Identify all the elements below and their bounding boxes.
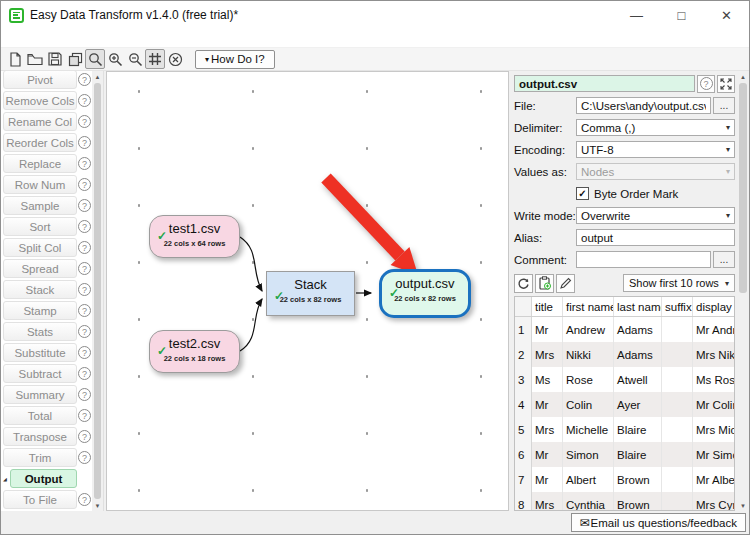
help-icon[interactable]: ? <box>78 157 91 170</box>
menu-item[interactable] <box>19 36 33 40</box>
sidebar-item-button[interactable]: Trim <box>3 448 77 467</box>
menu-item[interactable] <box>5 36 19 40</box>
expand-panel-button[interactable] <box>717 75 735 93</box>
help-icon[interactable]: ? <box>78 115 91 128</box>
alias-field[interactable] <box>576 229 735 246</box>
node-stack[interactable]: ✓ Stack 22 cols x 82 rows <box>266 271 355 316</box>
sidebar-item-button[interactable]: Remove Cols <box>3 91 77 110</box>
save-icon[interactable] <box>45 49 65 69</box>
inspector-scrollbar[interactable]: ▲ ▼ <box>737 71 749 511</box>
table-row[interactable]: 2 Mrs Nikki Adams Mrs Nikki Adams <box>515 342 734 367</box>
table-row[interactable]: 5 Mrs Michelle Blaire Mrs Michelle Blair… <box>515 417 734 442</box>
help-icon[interactable]: ? <box>78 325 91 338</box>
sidebar-item-button[interactable]: Stats <box>3 322 77 341</box>
sidebar-scroll-thumb[interactable] <box>94 83 101 499</box>
table-row[interactable]: 1 Mr Andrew Adams Mr Andrew Adams <box>515 317 734 342</box>
comment-more-button[interactable]: ... <box>713 251 735 268</box>
comment-field[interactable] <box>576 251 711 268</box>
help-icon[interactable]: ? <box>78 367 91 380</box>
panel-help-button[interactable]: ? <box>697 75 715 93</box>
scroll-down-icon[interactable]: ▼ <box>740 500 746 511</box>
scroll-up-icon[interactable]: ▲ <box>95 71 101 82</box>
sidebar-item-button[interactable]: Output <box>10 469 77 488</box>
sidebar-item-button[interactable]: Sample <box>3 196 77 215</box>
sidebar-item-button[interactable]: Split Col <box>3 238 77 257</box>
close-button[interactable]: ✕ <box>704 1 749 29</box>
pan-zoom-icon[interactable] <box>85 49 105 69</box>
section-expand-icon[interactable]: ◢ <box>3 476 10 482</box>
sidebar-item-button[interactable]: Sort <box>3 217 77 236</box>
file-path-field[interactable] <box>576 97 711 114</box>
help-icon[interactable]: ? <box>78 493 91 506</box>
menu-item[interactable] <box>33 36 47 40</box>
help-icon[interactable]: ? <box>78 220 91 233</box>
maximize-button[interactable]: □ <box>659 1 704 29</box>
rows-filter-select[interactable]: Show first 10 rows ▾ <box>623 274 735 292</box>
scroll-up-icon[interactable]: ▲ <box>740 71 746 82</box>
sidebar-item: ◢ Transpose ? <box>3 427 92 446</box>
sidebar-item-button[interactable]: Replace <box>3 154 77 173</box>
sidebar-item-button[interactable]: Stamp <box>3 301 77 320</box>
sidebar-item-button[interactable]: To File <box>3 490 77 509</box>
email-feedback-button[interactable]: ✉ Email us questions/feedback <box>571 513 746 532</box>
byte-order-mark-checkbox[interactable]: ✓ <box>576 187 589 200</box>
help-icon[interactable]: ? <box>78 409 91 422</box>
table-row[interactable]: 8 Mrs Cynthia Brown Mrs Cynthia Brown <box>515 492 734 510</box>
table-row[interactable]: 7 Mr Albert Brown Mr Albert Brown <box>515 467 734 492</box>
sidebar-item-button[interactable]: Subtract <box>3 364 77 383</box>
help-icon[interactable]: ? <box>78 304 91 317</box>
new-file-icon[interactable] <box>5 49 25 69</box>
sidebar-item-button[interactable]: Total <box>3 406 77 425</box>
sidebar-item-button[interactable]: Row Num <box>3 175 77 194</box>
menu-item[interactable] <box>61 36 75 40</box>
delimiter-select[interactable]: Comma (,) ▾ <box>576 119 735 136</box>
sidebar-item-button[interactable]: Pivot <box>3 71 77 89</box>
how-do-i-button[interactable]: ▾ How Do I? <box>195 50 275 69</box>
help-icon[interactable]: ? <box>78 388 91 401</box>
help-icon[interactable]: ? <box>78 346 91 359</box>
help-icon[interactable]: ? <box>78 430 91 443</box>
sidebar-item-button[interactable]: Reorder Cols <box>3 133 77 152</box>
sidebar-item-button[interactable]: Summary <box>3 385 77 404</box>
sidebar-item-button[interactable]: Spread <box>3 259 77 278</box>
refresh-button[interactable] <box>514 274 533 293</box>
scroll-down-icon[interactable]: ▼ <box>95 500 101 511</box>
sidebar-item-button[interactable]: Stack <box>3 280 77 299</box>
data-preview-table[interactable]: title first name last name suffix displa… <box>514 296 735 511</box>
node-test1[interactable]: ✓ test1.csv 22 cols x 64 rows <box>149 215 240 258</box>
copy-to-clipboard-button[interactable] <box>535 274 554 293</box>
encoding-select[interactable]: UTF-8 ▾ <box>576 141 735 158</box>
table-row[interactable]: 3 Ms Rose Atwell Ms Rose Atwell <box>515 367 734 392</box>
pipeline-canvas[interactable]: ✓ test1.csv 22 cols x 64 rows ✓ test2.cs… <box>106 71 509 511</box>
sidebar-item-button[interactable]: Rename Col <box>3 112 77 131</box>
output-inspector-panel: output.csv ? File: ... Delimiter: Comma … <box>511 71 749 511</box>
sidebar-item-button[interactable]: Substitute <box>3 343 77 362</box>
write-mode-select[interactable]: Overwrite ▾ <box>576 207 735 224</box>
toggle-grid-icon[interactable] <box>145 49 165 69</box>
table-row[interactable]: 4 Mr Colin Ayer Mr Colin Ayer <box>515 392 734 417</box>
help-icon[interactable]: ? <box>78 73 91 86</box>
inspector-scroll-thumb[interactable] <box>739 83 747 293</box>
zoom-in-icon[interactable] <box>105 49 125 69</box>
help-icon[interactable]: ? <box>78 283 91 296</box>
node-test2[interactable]: ✓ test2.csv 22 cols x 18 rows <box>149 330 240 373</box>
table-row[interactable]: 6 Mr Simon Blaire Mr Simon Blaire <box>515 442 734 467</box>
sidebar-scrollbar[interactable]: ▲ ▼ <box>92 71 103 511</box>
open-folder-icon[interactable] <box>25 49 45 69</box>
duplicate-icon[interactable] <box>65 49 85 69</box>
zoom-out-icon[interactable] <box>125 49 145 69</box>
help-icon[interactable]: ? <box>78 199 91 212</box>
help-icon[interactable]: ? <box>78 241 91 254</box>
help-icon[interactable]: ? <box>78 451 91 464</box>
sidebar-item-button[interactable]: Transpose <box>3 427 77 446</box>
reset-zoom-icon[interactable] <box>165 49 185 69</box>
node-output-selected[interactable]: ✓ output.csv 22 cols x 82 rows <box>379 269 471 318</box>
help-icon[interactable]: ? <box>78 94 91 107</box>
minimize-button[interactable]: — <box>614 1 659 29</box>
help-icon[interactable]: ? <box>78 136 91 149</box>
help-icon[interactable]: ? <box>78 262 91 275</box>
edit-button[interactable] <box>556 274 575 293</box>
browse-file-button[interactable]: ... <box>713 97 735 114</box>
menu-item[interactable] <box>47 36 61 40</box>
help-icon[interactable]: ? <box>78 178 91 191</box>
